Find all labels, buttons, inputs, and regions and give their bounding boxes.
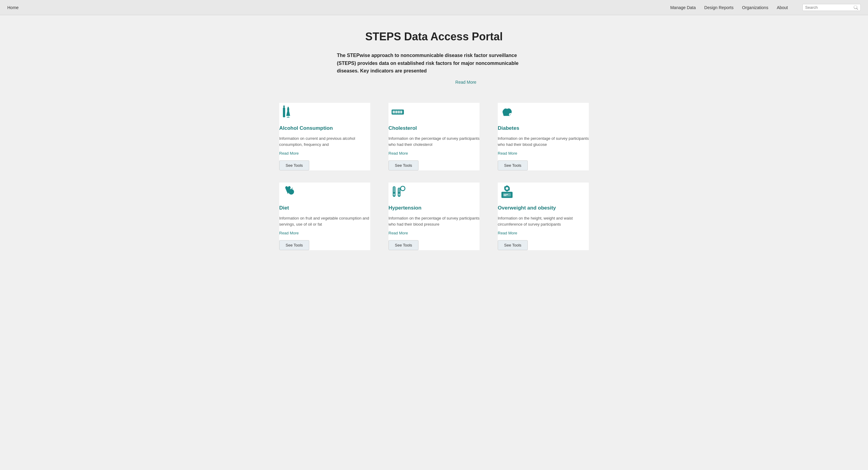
card-cholesterol-read-more[interactable]: Read More	[389, 151, 408, 156]
svg-rect-1	[283, 106, 285, 108]
hero-description: The STEPwise approach to noncommunicable…	[337, 52, 531, 75]
card-alcohol-see-tools[interactable]: See Tools	[279, 160, 309, 170]
card-diabetes-see-tools[interactable]: See Tools	[498, 160, 528, 170]
cards-grid: Alcohol Consumption Information on curre…	[273, 103, 595, 250]
card-hypertension-title: Hypertension	[389, 205, 479, 211]
svg-rect-9	[398, 111, 399, 113]
card-alcohol-title: Alcohol Consumption	[279, 125, 370, 131]
card-diet: Diet Information on fruit and vegetable …	[279, 182, 370, 250]
card-diet-see-tools[interactable]: See Tools	[279, 240, 309, 250]
card-hypertension-see-tools[interactable]: See Tools	[389, 240, 418, 250]
svg-rect-16	[393, 187, 395, 192]
nav-manage-data[interactable]: Manage Data	[670, 5, 695, 10]
svg-rect-17	[393, 194, 395, 196]
svg-rect-11	[401, 111, 402, 113]
card-diet-read-more[interactable]: Read More	[279, 231, 299, 235]
search-input[interactable]	[805, 5, 854, 10]
card-hypertension: Hypertension Information on the percenta…	[389, 182, 479, 250]
card-cholesterol-title: Cholesterol	[389, 125, 479, 131]
nav-organizations[interactable]: Organizations	[742, 5, 768, 10]
card-cholesterol-see-tools[interactable]: See Tools	[389, 160, 418, 170]
card-obesity: Overweight and obesity Information on th…	[498, 182, 589, 250]
alcohol-icon	[279, 103, 298, 121]
navbar: Home Manage Data Design Reports Organiza…	[0, 0, 868, 15]
nav-links: Manage Data Design Reports Organizations…	[670, 4, 861, 11]
svg-rect-20	[398, 194, 400, 196]
diet-icon	[279, 182, 298, 201]
nav-about[interactable]: About	[777, 5, 788, 10]
search-icon	[854, 5, 858, 10]
svg-rect-29	[506, 185, 507, 187]
svg-point-14	[288, 189, 294, 194]
card-obesity-see-tools[interactable]: See Tools	[498, 240, 528, 250]
card-diabetes-title: Diabetes	[498, 125, 589, 131]
card-diet-desc: Information on fruit and vegetable consu…	[279, 215, 370, 227]
svg-rect-8	[396, 111, 397, 113]
hero-read-more-link[interactable]: Read More	[455, 80, 476, 85]
card-alcohol-read-more[interactable]: Read More	[279, 151, 299, 156]
hero-title: STEPS Data Access Portal	[273, 30, 595, 43]
hero-section: STEPS Data Access Portal The STEPwise ap…	[273, 30, 595, 85]
card-obesity-title: Overweight and obesity	[498, 205, 589, 211]
svg-rect-30	[506, 190, 507, 191]
card-diet-title: Diet	[279, 205, 370, 211]
card-obesity-desc: Information on the height, weight and wa…	[498, 215, 589, 227]
cholesterol-icon	[389, 103, 407, 121]
nav-design-reports[interactable]: Design Reports	[705, 5, 734, 10]
svg-rect-7	[394, 111, 396, 113]
svg-rect-10	[399, 111, 401, 113]
svg-rect-26	[503, 195, 506, 196]
card-cholesterol: Cholesterol Information on the percentag…	[389, 103, 479, 170]
card-diabetes-read-more[interactable]: Read More	[498, 151, 517, 156]
obesity-icon	[498, 182, 516, 201]
diabetes-icon: +	[498, 103, 516, 121]
search-box	[802, 4, 861, 11]
card-alcohol: Alcohol Consumption Information on curre…	[279, 103, 370, 170]
card-diabetes-desc: Information on the percentage of survey …	[498, 136, 589, 148]
card-cholesterol-desc: Information on the percentage of survey …	[389, 136, 479, 148]
svg-text:+: +	[509, 114, 510, 116]
svg-rect-6	[393, 111, 394, 113]
card-hypertension-desc: Information on the percentage of survey …	[389, 215, 479, 227]
card-obesity-read-more[interactable]: Read More	[498, 231, 517, 235]
svg-point-28	[505, 187, 508, 190]
hypertension-icon	[389, 182, 407, 201]
svg-rect-0	[283, 108, 285, 118]
svg-rect-25	[503, 194, 508, 195]
card-diabetes: + Diabetes Information on the percentage…	[498, 103, 589, 170]
card-hypertension-read-more[interactable]: Read More	[389, 231, 408, 235]
nav-home-link[interactable]: Home	[7, 5, 19, 10]
svg-rect-2	[283, 106, 285, 107]
card-alcohol-desc: Information on current and previous alco…	[279, 136, 370, 148]
svg-rect-19	[398, 188, 400, 192]
svg-rect-3	[288, 116, 288, 118]
main-content: STEPS Data Access Portal The STEPwise ap…	[267, 15, 601, 268]
svg-rect-4	[287, 117, 289, 118]
